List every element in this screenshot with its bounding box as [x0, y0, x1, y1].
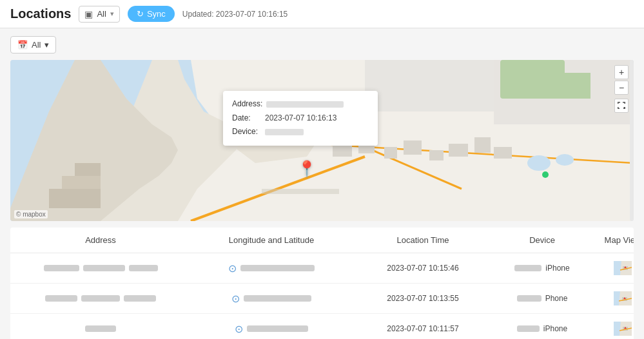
address-blur: [45, 295, 77, 302]
device-select-label: All: [97, 9, 106, 19]
latlng-blur: [247, 325, 308, 332]
address-blur: [124, 295, 156, 302]
location-pin-icon: ⊙: [235, 323, 243, 335]
device-cell-2: Phone: [494, 293, 590, 304]
device-select-dropdown[interactable]: ▣ All ▾: [79, 6, 119, 23]
svg-rect-26: [75, 163, 101, 176]
latlng-cell-1: ⊙: [191, 261, 352, 276]
map-thumbnail-1[interactable]: [614, 261, 632, 275]
mapview-cell-1[interactable]: [590, 260, 634, 276]
header-device: Device: [494, 233, 590, 247]
svg-rect-15: [494, 147, 512, 159]
sync-button-label: Sync: [147, 9, 166, 19]
svg-rect-8: [333, 144, 352, 157]
table-row: ⊙ 2023-07-07 10:13:55 Phone: [10, 284, 634, 314]
table-row: ⊙ 2023-07-07 10:11:57 iPhone: [10, 314, 634, 339]
header-address: Address: [10, 233, 191, 247]
updated-timestamp: Updated: 2023-07-07 10:16:15: [182, 10, 288, 19]
chevron-down-icon: ▾: [44, 40, 49, 50]
device-suffix-2: Phone: [545, 294, 568, 303]
latlng-blur: [240, 265, 315, 271]
address-value-blur: [266, 101, 344, 108]
time-value-2: 2023-07-07 10:13:55: [387, 294, 458, 303]
device-blur: [517, 295, 542, 302]
svg-point-17: [556, 154, 574, 166]
address-cell-1: [10, 264, 191, 273]
locations-table: Address Longitude and Latitude Location …: [10, 228, 634, 339]
svg-rect-10: [384, 147, 397, 159]
filter-label: All: [32, 40, 41, 50]
map-controls: + −: [614, 65, 629, 113]
date-row: Date: 2023-07-07 10:16:13: [232, 111, 369, 126]
device-cell-3: iPhone: [494, 323, 590, 334]
address-row: Address:: [232, 97, 369, 111]
location-pin-icon: ⊙: [228, 262, 237, 275]
time-cell-1: 2023-07-07 10:15:46: [352, 262, 494, 274]
svg-rect-18: [262, 189, 339, 194]
svg-point-21: [542, 171, 549, 178]
page-title: Locations: [10, 6, 71, 21]
address-blur: [129, 265, 158, 271]
time-cell-2: 2023-07-07 10:13:55: [352, 293, 494, 304]
calendar-icon: 📅: [17, 40, 28, 50]
svg-rect-14: [474, 137, 491, 153]
zoom-out-button[interactable]: −: [614, 81, 629, 95]
device-blur: [517, 325, 540, 332]
device-suffix-1: iPhone: [545, 264, 569, 273]
address-label: Address:: [232, 97, 262, 111]
address-blur: [85, 325, 116, 332]
table-row: ⊙ 2023-07-07 10:15:46 iPhone: [10, 253, 634, 284]
date-value: 2023-07-07 10:16:13: [265, 111, 337, 126]
header-time: Location Time: [352, 233, 494, 247]
time-value-1: 2023-07-07 10:15:46: [387, 264, 458, 273]
device-suffix-3: iPhone: [543, 324, 567, 333]
map-scroll-bar[interactable]: [630, 60, 634, 221]
fullscreen-button[interactable]: [614, 99, 629, 113]
map-thumbnail-2[interactable]: [614, 291, 632, 305]
mapbox-watermark: © mapbox: [14, 210, 48, 218]
time-cell-3: 2023-07-07 10:11:57: [352, 323, 494, 334]
sync-icon: ↻: [137, 9, 144, 19]
sync-button[interactable]: ↻ Sync: [128, 6, 175, 22]
address-blur: [44, 265, 79, 271]
map-pin: 📍: [297, 160, 317, 178]
device-icon: ▣: [84, 9, 93, 19]
svg-rect-13: [449, 144, 468, 157]
address-cell-2: [10, 294, 191, 303]
map-thumbnail-3[interactable]: [614, 322, 632, 336]
latlng-cell-3: ⊙: [191, 322, 352, 336]
filter-bar: 📅 All ▾: [10, 36, 634, 53]
time-value-3: 2023-07-07 10:11:57: [387, 324, 458, 333]
mapview-cell-3[interactable]: [590, 320, 634, 337]
date-label: Date:: [232, 111, 261, 126]
map-container: Address: Date: 2023-07-07 10:16:13 Devic…: [10, 60, 634, 221]
svg-rect-25: [62, 176, 101, 189]
content-area: 📅 All ▾: [0, 28, 644, 339]
svg-rect-24: [49, 189, 101, 208]
table-header: Address Longitude and Latitude Location …: [10, 228, 634, 253]
svg-rect-12: [429, 150, 444, 160]
filter-dropdown[interactable]: 📅 All ▾: [10, 36, 56, 53]
device-label: Device:: [232, 125, 261, 139]
device-row: Device:: [232, 125, 369, 139]
svg-point-16: [527, 155, 551, 171]
mapview-cell-2[interactable]: [590, 290, 634, 307]
fullscreen-icon: [617, 101, 626, 110]
header-lat-lng: Longitude and Latitude: [191, 233, 352, 247]
device-blur: [514, 265, 542, 271]
device-value-blur: [265, 129, 304, 135]
address-blur: [83, 265, 125, 271]
location-pin-icon: ⊙: [231, 293, 240, 305]
svg-rect-11: [404, 140, 422, 155]
zoom-in-button[interactable]: +: [614, 65, 629, 79]
device-cell-1: iPhone: [494, 262, 590, 274]
header-map-view: Map View: [590, 233, 634, 247]
chevron-down-icon: ▾: [110, 10, 114, 18]
map-info-popup: Address: Date: 2023-07-07 10:16:13 Devic…: [223, 91, 378, 146]
address-cell-3: [10, 324, 191, 333]
latlng-cell-2: ⊙: [191, 291, 352, 306]
svg-rect-19: [365, 60, 494, 111]
address-blur: [81, 295, 120, 302]
svg-rect-20: [494, 60, 634, 124]
top-bar: Locations ▣ All ▾ ↻ Sync Updated: 2023-0…: [0, 0, 644, 28]
